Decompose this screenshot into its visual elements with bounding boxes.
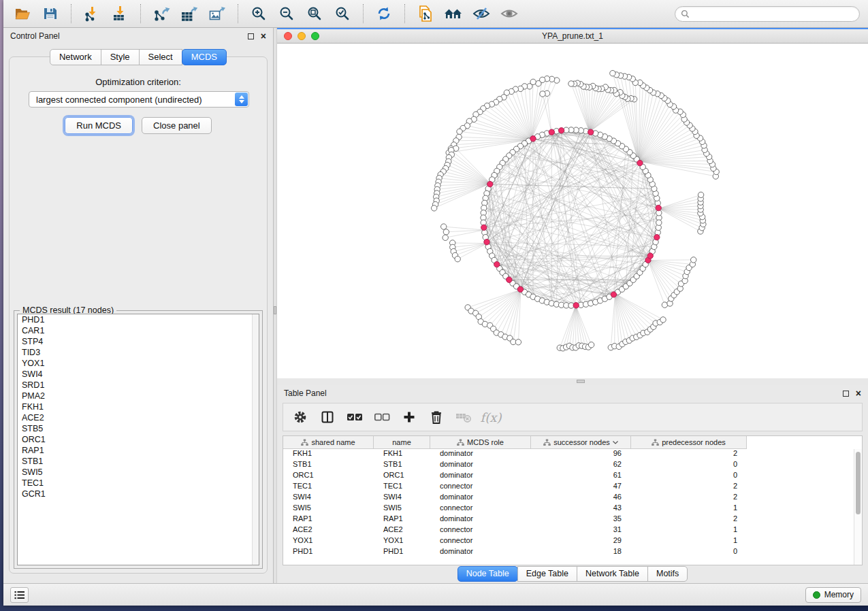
table-row[interactable]: ORC1ORC1dominator610 (283, 471, 862, 482)
zoom-in-icon[interactable] (248, 3, 270, 24)
table-row[interactable]: PHD1PHD1dominator180 (283, 547, 862, 558)
table-row[interactable]: ACE2ACE2connector311 (283, 525, 862, 536)
mcds-result-item[interactable]: STB5 (18, 423, 259, 434)
hide-selected-icon[interactable] (470, 3, 492, 24)
mcds-result-item[interactable]: PHD1 (18, 314, 259, 325)
mcds-result-item[interactable]: CAR1 (18, 325, 259, 336)
open-file-icon[interactable] (12, 3, 33, 24)
cell-mcds-role[interactable]: connector (430, 503, 531, 514)
cell-shared-name[interactable]: TEC1 (283, 482, 374, 493)
mcds-result-list[interactable]: PHD1CAR1STP4TID3YOX1SWI4SRD1PMA2FKH1ACE2… (17, 314, 259, 565)
task-history-button[interactable] (10, 587, 29, 603)
column-header-mcds-role[interactable]: MCDS role (430, 436, 531, 449)
network-window-titlebar[interactable]: YPA_prune.txt_1 (277, 29, 868, 44)
criterion-dropdown[interactable]: largest connected component (undirected) (29, 91, 249, 108)
import-network-icon[interactable] (81, 3, 103, 24)
tab-mcds[interactable]: MCDS (182, 49, 227, 65)
tab-style[interactable]: Style (101, 49, 140, 65)
table-row[interactable]: RAP1RAP1dominator352 (283, 514, 862, 525)
mcds-result-item[interactable]: SWI5 (18, 467, 259, 478)
cell-shared-name[interactable]: ACE2 (283, 525, 374, 536)
tab-edge-table[interactable]: Edge Table (517, 566, 577, 582)
cell-predecessor-nodes[interactable]: 2 (631, 482, 747, 493)
cell-mcds-role[interactable]: connector (430, 482, 531, 493)
add-row-icon[interactable] (399, 407, 419, 427)
tab-select[interactable]: Select (139, 49, 182, 65)
cell-shared-name[interactable]: ORC1 (283, 471, 374, 482)
tab-network-table[interactable]: Network Table (577, 566, 648, 582)
column-header-successor-nodes[interactable]: successor nodes (531, 436, 631, 449)
cell-name[interactable]: TEC1 (374, 482, 430, 493)
column-header-name[interactable]: name (374, 436, 430, 449)
zoom-fit-icon[interactable] (304, 3, 325, 24)
divider-grip[interactable] (274, 306, 276, 314)
cell-predecessor-nodes[interactable]: 0 (631, 471, 747, 482)
cell-predecessor-nodes[interactable]: 2 (631, 449, 747, 460)
table-row[interactable]: TEC1TEC1connector472 (283, 482, 862, 493)
cell-mcds-role[interactable]: dominator (430, 471, 531, 482)
divider-grip[interactable] (577, 380, 585, 383)
cell-predecessor-nodes[interactable]: 0 (631, 547, 747, 558)
export-table-icon[interactable] (178, 3, 200, 24)
import-table-icon[interactable] (109, 3, 131, 24)
cell-name[interactable]: SWI4 (374, 493, 430, 503)
mcds-result-item[interactable]: SWI4 (18, 369, 259, 380)
cell-name[interactable]: SWI5 (374, 503, 430, 514)
cell-shared-name[interactable]: SWI4 (283, 493, 374, 503)
cell-mcds-role[interactable]: dominator (430, 493, 531, 503)
float-window-icon[interactable] (843, 391, 849, 397)
tab-node-table[interactable]: Node Table (457, 566, 518, 582)
close-panel-button[interactable]: Close panel (142, 117, 212, 134)
cell-successor-nodes[interactable]: 46 (531, 493, 631, 503)
cell-shared-name[interactable]: PHD1 (283, 547, 374, 558)
cell-shared-name[interactable]: RAP1 (283, 514, 374, 525)
minimize-window-icon[interactable] (298, 32, 306, 40)
select-all-icon[interactable] (344, 407, 365, 427)
cell-predecessor-nodes[interactable]: 1 (631, 503, 747, 514)
zoom-selected-icon[interactable] (332, 3, 353, 24)
cell-mcds-role[interactable]: dominator (430, 460, 531, 471)
column-header-predecessor-nodes[interactable]: predecessor nodes (631, 436, 747, 449)
cell-shared-name[interactable]: FKH1 (283, 449, 374, 460)
cell-name[interactable]: FKH1 (374, 449, 430, 460)
cell-mcds-role[interactable]: dominator (430, 547, 531, 558)
show-column-panel-icon[interactable] (317, 407, 338, 427)
delete-table-icon[interactable] (453, 407, 474, 427)
cell-name[interactable]: RAP1 (374, 514, 430, 525)
cell-name[interactable]: ACE2 (374, 525, 430, 536)
delete-rows-icon[interactable] (426, 407, 447, 427)
maximize-window-icon[interactable] (311, 32, 319, 40)
cell-predecessor-nodes[interactable]: 0 (631, 460, 747, 471)
search-field[interactable] (675, 6, 860, 22)
cell-shared-name[interactable]: SWI5 (283, 503, 374, 514)
mcds-result-item[interactable]: ACE2 (18, 412, 259, 423)
cell-successor-nodes[interactable]: 31 (531, 525, 631, 536)
mcds-result-item[interactable]: STP4 (18, 336, 259, 347)
mcds-result-item[interactable]: STB1 (18, 456, 259, 467)
tab-motifs[interactable]: Motifs (647, 566, 688, 582)
first-neighbors-icon[interactable] (443, 3, 464, 24)
cell-successor-nodes[interactable]: 18 (531, 547, 631, 558)
cell-predecessor-nodes[interactable]: 2 (631, 514, 747, 525)
mcds-result-item[interactable]: RAP1 (18, 445, 259, 456)
zoom-out-icon[interactable] (276, 3, 298, 24)
cell-predecessor-nodes[interactable]: 2 (631, 493, 747, 503)
column-header-shared-name[interactable]: shared name (283, 436, 374, 449)
cell-mcds-role[interactable]: connector (430, 536, 531, 547)
cell-successor-nodes[interactable]: 62 (531, 460, 631, 471)
run-mcds-button[interactable]: Run MCDS (65, 117, 133, 134)
table-row[interactable]: SWI4SWI4dominator462 (283, 493, 862, 503)
export-network-icon[interactable] (150, 3, 172, 24)
cell-name[interactable]: ORC1 (374, 471, 430, 482)
network-graph[interactable] (277, 44, 868, 378)
table-row[interactable]: YOX1YOX1connector291 (283, 536, 862, 547)
table-scrollbar[interactable] (854, 449, 862, 565)
export-image-icon[interactable] (206, 3, 228, 24)
cell-successor-nodes[interactable]: 35 (531, 514, 631, 525)
close-panel-icon[interactable]: × (261, 31, 266, 41)
float-window-icon[interactable] (248, 33, 254, 39)
refresh-icon[interactable] (373, 3, 395, 24)
cell-predecessor-nodes[interactable]: 1 (631, 525, 747, 536)
horizontal-split-divider[interactable] (277, 378, 868, 385)
deselect-all-icon[interactable] (372, 407, 392, 427)
